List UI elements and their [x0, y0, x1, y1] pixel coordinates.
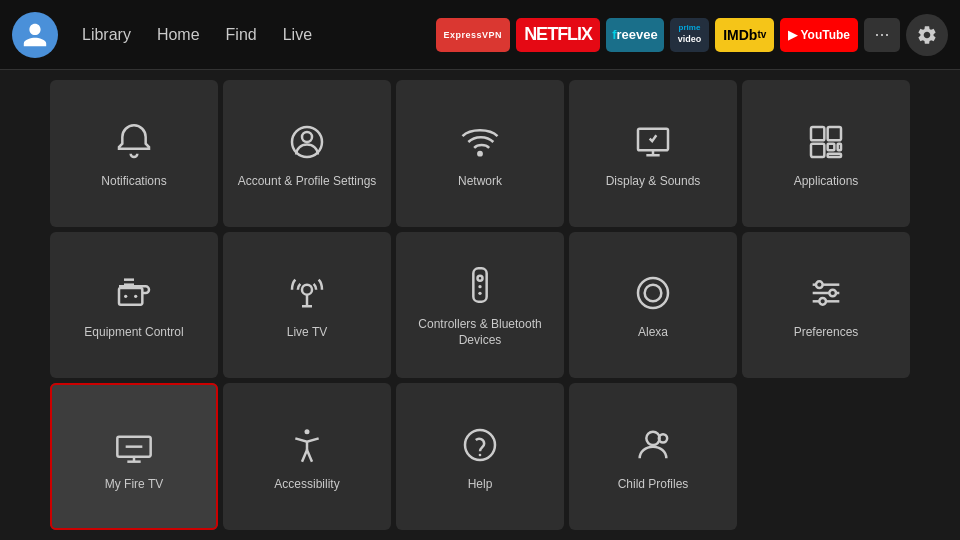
- apps-icon: [802, 118, 850, 166]
- app-youtube[interactable]: ▶ YouTube: [780, 18, 858, 52]
- app-freevee[interactable]: freevee: [606, 18, 664, 52]
- wifi-icon: [456, 118, 504, 166]
- svg-point-30: [305, 429, 310, 434]
- tile-child-profiles-label: Child Profiles: [618, 477, 689, 493]
- svg-point-11: [124, 295, 127, 298]
- person-circle-icon: [283, 118, 331, 166]
- svg-rect-6: [828, 143, 835, 150]
- app-expressvpn[interactable]: ExpressVPN: [436, 18, 511, 52]
- tile-controllers-label: Controllers & Bluetooth Devices: [406, 317, 554, 348]
- svg-point-23: [816, 282, 823, 289]
- svg-point-34: [659, 434, 667, 442]
- tile-account-profile[interactable]: Account & Profile Settings: [223, 80, 391, 227]
- tile-accessibility[interactable]: Accessibility: [223, 383, 391, 530]
- remote-icon: [456, 261, 504, 309]
- tile-preferences-label: Preferences: [794, 325, 859, 341]
- svg-point-12: [134, 295, 137, 298]
- tile-applications[interactable]: Applications: [742, 80, 910, 227]
- app-prime-video[interactable]: primevideo: [670, 18, 710, 52]
- svg-rect-10: [119, 288, 142, 305]
- tile-my-fire-tv-label: My Fire TV: [105, 477, 163, 493]
- tile-network-label: Network: [458, 174, 502, 190]
- antenna-icon: [283, 269, 331, 317]
- child-profiles-icon: [629, 421, 677, 469]
- svg-point-24: [829, 290, 836, 297]
- tile-controllers-bluetooth[interactable]: Controllers & Bluetooth Devices: [396, 232, 564, 379]
- svg-rect-5: [828, 127, 841, 140]
- app-imdb[interactable]: IMDb tv: [715, 18, 774, 52]
- tile-accessibility-label: Accessibility: [274, 477, 339, 493]
- bell-icon: [110, 118, 158, 166]
- svg-point-1: [302, 132, 312, 142]
- tile-help[interactable]: Help: [396, 383, 564, 530]
- nav-links: Library Home Find Live: [72, 20, 322, 50]
- svg-point-2: [478, 152, 481, 155]
- svg-point-19: [645, 285, 662, 302]
- tv-remote-icon: [110, 269, 158, 317]
- svg-point-32: [479, 454, 482, 457]
- tile-help-label: Help: [468, 477, 493, 493]
- settings-button[interactable]: [906, 14, 948, 56]
- empty-tile: [742, 383, 910, 530]
- tile-child-profiles[interactable]: Child Profiles: [569, 383, 737, 530]
- nav-live[interactable]: Live: [273, 20, 322, 50]
- svg-point-15: [478, 276, 483, 281]
- svg-point-25: [819, 298, 826, 305]
- sliders-icon: [802, 269, 850, 317]
- nav-find[interactable]: Find: [216, 20, 267, 50]
- svg-rect-7: [838, 143, 841, 150]
- tile-equipment-control[interactable]: Equipment Control: [50, 232, 218, 379]
- fire-tv-icon: [110, 421, 158, 469]
- tile-preferences[interactable]: Preferences: [742, 232, 910, 379]
- top-navigation: Library Home Find Live ExpressVPN NETFLI…: [0, 0, 960, 70]
- help-icon: [456, 421, 504, 469]
- tile-account-label: Account & Profile Settings: [238, 174, 377, 190]
- user-avatar[interactable]: [12, 12, 58, 58]
- alexa-icon: [629, 269, 677, 317]
- tile-live-tv[interactable]: Live TV: [223, 232, 391, 379]
- settings-grid: Notifications Account & Profile Settings: [50, 80, 910, 530]
- svg-point-16: [478, 285, 481, 288]
- settings-area: Notifications Account & Profile Settings: [0, 70, 960, 540]
- more-apps-button[interactable]: ···: [864, 18, 900, 52]
- tile-display-sounds-label: Display & Sounds: [606, 174, 701, 190]
- nav-library[interactable]: Library: [72, 20, 141, 50]
- nav-home[interactable]: Home: [147, 20, 210, 50]
- tile-my-fire-tv[interactable]: My Fire TV: [50, 383, 218, 530]
- tile-notifications-label: Notifications: [101, 174, 166, 190]
- tile-display-sounds[interactable]: Display & Sounds: [569, 80, 737, 227]
- svg-rect-9: [811, 143, 824, 156]
- svg-rect-8: [828, 153, 841, 156]
- tile-alexa[interactable]: Alexa: [569, 232, 737, 379]
- tile-network[interactable]: Network: [396, 80, 564, 227]
- accessibility-icon: [283, 421, 331, 469]
- tile-live-tv-label: Live TV: [287, 325, 327, 341]
- tile-equipment-control-label: Equipment Control: [84, 325, 183, 341]
- svg-point-13: [302, 285, 312, 295]
- svg-rect-4: [811, 127, 824, 140]
- tile-applications-label: Applications: [794, 174, 859, 190]
- app-shortcuts: ExpressVPN NETFLIX freevee primevideo IM…: [436, 14, 948, 56]
- app-netflix[interactable]: NETFLIX: [516, 18, 600, 52]
- tile-alexa-label: Alexa: [638, 325, 668, 341]
- tile-notifications[interactable]: Notifications: [50, 80, 218, 227]
- svg-point-17: [478, 292, 481, 295]
- display-sound-icon: [629, 118, 677, 166]
